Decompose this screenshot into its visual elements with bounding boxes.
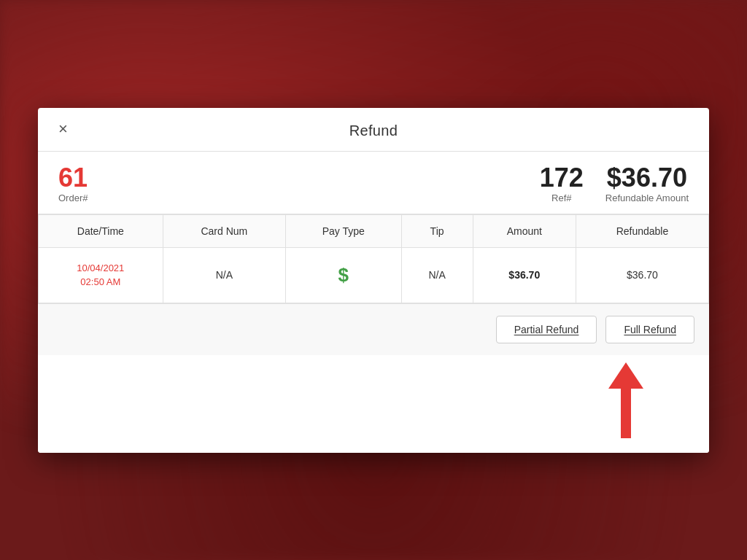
ref-label: Ref# <box>540 192 584 203</box>
order-info-section: 61 Order# 172 Ref# $36.70 Refundable Amo… <box>38 152 709 214</box>
refundable-label: Refundable Amount <box>605 192 689 203</box>
cell-cardnum: N/A <box>163 247 285 303</box>
ref-amount-block: 172 Ref# $36.70 Refundable Amount <box>540 165 689 203</box>
refundable-amount-block: $36.70 Refundable Amount <box>605 165 689 203</box>
col-header-cardnum: Card Num <box>163 214 285 247</box>
order-label: Order# <box>58 192 540 203</box>
red-arrow <box>608 362 643 438</box>
col-header-tip: Tip <box>401 214 473 247</box>
col-header-amount: Amount <box>473 214 576 247</box>
cell-refundable: $36.70 <box>576 247 708 303</box>
table-row: 10/04/202102:50 AM N/A $ N/A $36.70 $36.… <box>39 247 709 303</box>
refundable-amount: $36.70 <box>605 165 689 191</box>
cell-datetime: 10/04/202102:50 AM <box>39 247 163 303</box>
action-row: Partial Refund Full Refund <box>38 303 709 355</box>
col-header-paytype: Pay Type <box>286 214 402 247</box>
table-header-row: Date/Time Card Num Pay Type Tip Amount R… <box>39 214 709 247</box>
col-header-refundable: Refundable <box>576 214 708 247</box>
cell-tip: N/A <box>401 247 473 303</box>
modal-header: × Refund <box>38 108 709 152</box>
arrow-head <box>608 362 643 389</box>
order-number: 61 <box>58 165 540 191</box>
cell-amount: $36.70 <box>473 247 576 303</box>
arrow-annotation <box>38 355 709 453</box>
transactions-table: Date/Time Card Num Pay Type Tip Amount R… <box>38 214 709 303</box>
col-header-datetime: Date/Time <box>39 214 163 247</box>
refund-modal: × Refund 61 Order# 172 Ref# $36.70 Refun… <box>38 108 709 453</box>
amount-value: $36.70 <box>508 269 540 281</box>
full-refund-button[interactable]: Full Refund <box>605 316 694 343</box>
cell-paytype: $ <box>286 247 402 303</box>
close-button[interactable]: × <box>58 121 68 137</box>
ref-block: 172 Ref# <box>540 165 584 203</box>
arrow-shaft <box>621 387 631 438</box>
ref-number: 172 <box>540 165 584 191</box>
partial-refund-button[interactable]: Partial Refund <box>496 316 597 343</box>
modal-title: Refund <box>349 122 398 139</box>
order-number-block: 61 Order# <box>58 165 540 203</box>
dollar-icon: $ <box>338 264 349 286</box>
date-value: 10/04/202102:50 AM <box>50 261 151 289</box>
